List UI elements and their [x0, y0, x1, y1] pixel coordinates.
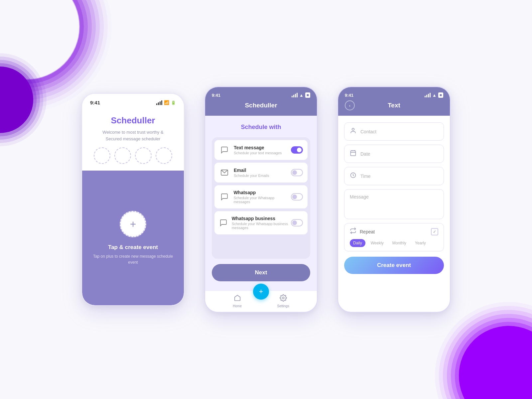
fab-button[interactable]: +: [253, 284, 269, 300]
repeat-card: Repeat ✓ Daily Weekly Monthly Yearly: [344, 223, 444, 251]
nav-settings[interactable]: Settings: [277, 294, 289, 308]
time-field[interactable]: Time: [344, 167, 444, 185]
option-title-whatsapp: Whatsapp: [233, 190, 291, 195]
toggle-dot-whatsapp: [292, 195, 297, 199]
phones-container: 9:41 📶 🔋 Scheduller Welcome to most trus…: [81, 86, 451, 313]
phone3-status-icons: ▲ ■: [425, 92, 443, 98]
time-icon: [350, 172, 356, 180]
phone2-status-bar: 9:41 ▲ ■: [212, 92, 310, 98]
phone1-status-icons: 📶 🔋: [156, 100, 176, 105]
home-icon: [234, 294, 241, 303]
signal-icon-3: [425, 93, 431, 97]
phone-3-text: 9:41 ▲ ■ ‹ Text: [337, 86, 451, 313]
option-text-texts: Text message Schedule your text messages: [234, 145, 282, 155]
option-wab-texts: Whatsapp business Schedule your Whatsapp…: [232, 216, 291, 230]
phone1-time: 9:41: [90, 100, 100, 105]
date-icon: [350, 150, 356, 158]
svg-rect-3: [351, 151, 356, 156]
nav-home[interactable]: Home: [233, 294, 242, 308]
option-title-email: Email: [234, 168, 269, 173]
deco-rings-bottom-right: [459, 326, 532, 399]
time-placeholder: Time: [360, 174, 371, 179]
home-label: Home: [233, 304, 242, 308]
contact-icon: [350, 127, 356, 136]
create-event-btn[interactable]: Create event: [344, 257, 444, 274]
phone3-body: Contact Date: [338, 116, 450, 312]
settings-icon: [280, 294, 287, 303]
message-placeholder: Message: [350, 194, 369, 200]
back-button[interactable]: ‹: [345, 100, 355, 110]
option-sub-whatsapp: Schedule your Whatsapp messages: [233, 196, 291, 204]
phone2-status-icons: ▲ ■: [292, 92, 310, 98]
plus-icon: +: [130, 219, 136, 229]
repeat-icon: [350, 227, 356, 236]
toggle-wab[interactable]: [291, 219, 303, 226]
phone3-time: 9:41: [345, 93, 353, 98]
option-wab-left: Whatsapp business Schedule your Whatsapp…: [219, 216, 291, 230]
tap-subtitle: Tap on plus to create new message schedu…: [82, 253, 184, 265]
phone3-header: 9:41 ▲ ■ ‹ Text: [338, 87, 450, 116]
option-text-left: Text message Schedule your text messages: [219, 145, 282, 155]
repeat-tab-monthly[interactable]: Monthly: [389, 239, 410, 247]
repeat-tabs: Daily Weekly Monthly Yearly: [350, 239, 438, 247]
option-whatsapp-business[interactable]: Whatsapp business Schedule your Whatsapp…: [214, 211, 308, 234]
repeat-checkbox[interactable]: ✓: [431, 228, 438, 235]
wifi-icon: 📶: [164, 100, 169, 105]
repeat-tab-daily[interactable]: Daily: [350, 239, 365, 247]
wifi-icon-2: ▲: [299, 93, 304, 98]
option-sub-email: Schedule your Emails: [234, 174, 269, 178]
wifi-icon-3: ▲: [432, 93, 437, 98]
fab-plus-icon: +: [259, 287, 263, 296]
option-whatsapp[interactable]: Whatsapp Schedule your Whatsapp messages: [214, 185, 308, 208]
next-button[interactable]: Next: [212, 264, 310, 281]
message-field[interactable]: Message: [344, 189, 444, 219]
contact-field[interactable]: Contact: [344, 122, 444, 141]
date-field[interactable]: Date: [344, 145, 444, 163]
phone1-content-top: Scheduller Welcome to most trust worthy …: [82, 105, 184, 171]
phone2-header: 9:41 ▲ ■ Scheduller: [205, 87, 317, 116]
option-email-texts: Email Schedule your Emails: [234, 168, 269, 178]
phone-1-onboarding: 9:41 📶 🔋 Scheduller Welcome to most trus…: [81, 93, 185, 306]
repeat-top-row: Repeat ✓: [350, 227, 438, 236]
phone2-header-title: Scheduller: [212, 102, 310, 109]
create-event-button[interactable]: +: [120, 211, 146, 237]
phone2-navbar: Home + Settings: [205, 291, 317, 312]
back-arrow-icon: ‹: [349, 103, 350, 108]
option-sub-text: Schedule your text messages: [234, 151, 282, 155]
phone1-status-bar: 9:41 📶 🔋: [82, 94, 184, 105]
option-email-left: Email Schedule your Emails: [219, 167, 269, 178]
phone3-nav-row: ‹ Text: [345, 102, 443, 109]
date-placeholder: Date: [360, 151, 370, 157]
toggle-email[interactable]: [291, 169, 303, 176]
repeat-tab-yearly[interactable]: Yearly: [412, 239, 429, 247]
svg-point-2: [352, 128, 354, 131]
signal-icon-2: [292, 93, 298, 97]
toggle-whatsapp[interactable]: [291, 193, 303, 200]
onboarding-dot-1: [94, 147, 110, 164]
repeat-left: Repeat: [350, 227, 375, 236]
tap-title: Tap & create event: [108, 244, 158, 251]
deco-rings-top-left: [0, 0, 80, 80]
toggle-dot: [297, 148, 302, 152]
phone-2-schedule: 9:41 ▲ ■ Scheduller Schedule with: [204, 86, 318, 313]
app-subtitle-1: Welcome to most trust worthy &Secured me…: [89, 129, 177, 142]
option-whatsapp-texts: Whatsapp Schedule your Whatsapp messages: [233, 190, 291, 204]
repeat-label: Repeat: [360, 229, 375, 234]
option-text-message[interactable]: Text message Schedule your text messages: [214, 140, 308, 160]
repeat-tab-weekly[interactable]: Weekly: [367, 239, 387, 247]
phone2-time: 9:41: [212, 93, 220, 98]
onboarding-dots: [89, 147, 177, 164]
option-title-wab: Whatsapp business: [232, 216, 291, 221]
toggle-text-message[interactable]: [291, 146, 303, 154]
email-icon: [219, 167, 230, 178]
onboarding-dot-2: [114, 147, 131, 164]
options-card: Text message Schedule your text messages: [212, 137, 310, 259]
option-email[interactable]: Email Schedule your Emails: [214, 163, 308, 183]
phone2-body: Schedule with Text message Schedule your…: [205, 116, 317, 291]
app-title-1: Scheduller: [89, 115, 177, 126]
battery-icon: 🔋: [171, 100, 176, 105]
option-title-text: Text message: [234, 145, 282, 150]
svg-point-1: [282, 297, 284, 299]
onboarding-dot-4: [156, 147, 172, 164]
onboarding-dot-3: [135, 147, 152, 164]
